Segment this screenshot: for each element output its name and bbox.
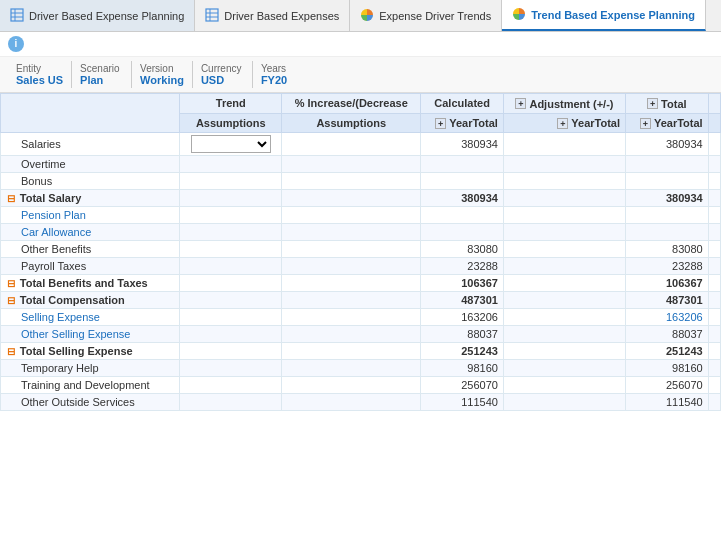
calc-yeartotal-label: YearTotal bbox=[449, 117, 498, 129]
row-label-text: Total Selling Expense bbox=[20, 345, 133, 357]
entity-item-currency: Currency USD bbox=[193, 61, 253, 88]
tot-yeartotal-label: YearTotal bbox=[654, 117, 703, 129]
version-value[interactable]: Working bbox=[140, 74, 184, 86]
row-label-text: Payroll Taxes bbox=[21, 260, 86, 272]
row-label-text[interactable]: Other Selling Expense bbox=[21, 328, 130, 340]
total-cell bbox=[626, 156, 709, 173]
adjustment-cell bbox=[503, 224, 625, 241]
total-expand-btn[interactable]: + bbox=[647, 98, 658, 109]
calculated-cell: 106367 bbox=[421, 275, 504, 292]
table-row: Car Allowance bbox=[1, 224, 721, 241]
pct-cell bbox=[282, 309, 421, 326]
adjustment-cell bbox=[503, 394, 625, 411]
calculated-cell: 380934 bbox=[421, 190, 504, 207]
total-cell: 256070 bbox=[626, 377, 709, 394]
pct-cell bbox=[282, 343, 421, 360]
years-value[interactable]: FY20 bbox=[261, 74, 305, 86]
table-row: Overtime bbox=[1, 156, 721, 173]
collapse-icon[interactable]: ⊟ bbox=[7, 295, 18, 306]
table-row: Pension Plan bbox=[1, 207, 721, 224]
collapse-icon[interactable]: ⊟ bbox=[7, 193, 18, 204]
col-pct-header: % Increase/(Decrease bbox=[282, 94, 421, 114]
collapse-icon[interactable]: ⊟ bbox=[7, 346, 18, 357]
table-row: ⊟ Total Benefits and Taxes106367106367 bbox=[1, 275, 721, 292]
adj-yeartotal-expand[interactable]: + bbox=[557, 118, 568, 129]
adjustment-label: Adjustment (+/-) bbox=[529, 98, 613, 110]
tab-driver-expense-planning[interactable]: Driver Based Expense Planning bbox=[0, 0, 195, 31]
trend-cell bbox=[180, 258, 282, 275]
trend-cell[interactable]: Trend1Trend2 bbox=[180, 133, 282, 156]
calculated-cell bbox=[421, 224, 504, 241]
scenario-value[interactable]: Plan bbox=[80, 74, 123, 86]
total-cell: 98160 bbox=[626, 360, 709, 377]
header-row-1: Trend % Increase/(Decrease Calculated + … bbox=[1, 94, 721, 114]
adjustment-cell bbox=[503, 241, 625, 258]
subh-extra bbox=[708, 113, 720, 133]
adjustment-cell bbox=[503, 173, 625, 190]
col-extra bbox=[708, 94, 720, 114]
col-calculated-header: Calculated bbox=[421, 94, 504, 114]
tab-expense-driver-trends-label: Expense Driver Trends bbox=[379, 10, 491, 22]
row-label-text[interactable]: Car Allowance bbox=[21, 226, 91, 238]
total-cell: 380934 bbox=[626, 133, 709, 156]
collapse-icon[interactable]: ⊟ bbox=[7, 278, 18, 289]
row-label-text: Temporary Help bbox=[21, 362, 99, 374]
row-label-cell: Bonus bbox=[1, 173, 180, 190]
total-cell: 251243 bbox=[626, 343, 709, 360]
trend-dropdown[interactable]: Trend1Trend2 bbox=[191, 135, 271, 153]
calculated-cell: 163206 bbox=[421, 309, 504, 326]
info-icon[interactable]: i bbox=[8, 36, 24, 52]
row-label-text: Other Benefits bbox=[21, 243, 91, 255]
currency-value[interactable]: USD bbox=[201, 74, 244, 86]
trend-cell bbox=[180, 190, 282, 207]
tot-yeartotal-expand[interactable]: + bbox=[640, 118, 651, 129]
extra-cell bbox=[708, 394, 720, 411]
entity-value[interactable]: Sales US bbox=[16, 74, 63, 86]
row-label-cell: ⊟ Total Salary bbox=[1, 190, 180, 207]
adjustment-cell bbox=[503, 156, 625, 173]
pct-cell bbox=[282, 360, 421, 377]
row-label-text: Total Benefits and Taxes bbox=[20, 277, 148, 289]
total-cell: 163206 bbox=[626, 309, 709, 326]
total-label: Total bbox=[661, 98, 686, 110]
trend-cell bbox=[180, 377, 282, 394]
total-cell: 106367 bbox=[626, 275, 709, 292]
row-label-cell: Overtime bbox=[1, 156, 180, 173]
row-label-text: Total Compensation bbox=[20, 294, 125, 306]
svg-rect-0 bbox=[11, 9, 23, 21]
tab-driver-expenses[interactable]: Driver Based Expenses bbox=[195, 0, 350, 31]
pct-cell bbox=[282, 207, 421, 224]
adj-yeartotal-label: YearTotal bbox=[571, 117, 620, 129]
extra-cell bbox=[708, 326, 720, 343]
row-label-cell: Pension Plan bbox=[1, 207, 180, 224]
tab-trend-expense-planning[interactable]: Trend Based Expense Planning bbox=[502, 0, 706, 31]
trend-cell bbox=[180, 207, 282, 224]
adjustment-expand-btn[interactable]: + bbox=[515, 98, 526, 109]
entity-item-years: Years FY20 bbox=[253, 61, 313, 88]
pct-cell bbox=[282, 133, 421, 156]
trend-cell bbox=[180, 309, 282, 326]
trend-cell bbox=[180, 241, 282, 258]
adjustment-cell bbox=[503, 360, 625, 377]
row-label-text[interactable]: Selling Expense bbox=[21, 311, 100, 323]
adjustment-cell bbox=[503, 207, 625, 224]
total-cell: 88037 bbox=[626, 326, 709, 343]
calculated-cell bbox=[421, 156, 504, 173]
pct-cell bbox=[282, 190, 421, 207]
calculated-cell: 256070 bbox=[421, 377, 504, 394]
total-cell bbox=[626, 173, 709, 190]
pct-cell bbox=[282, 275, 421, 292]
row-label-cell: Other Benefits bbox=[1, 241, 180, 258]
total-cell: 23288 bbox=[626, 258, 709, 275]
scenario-label: Scenario bbox=[80, 63, 123, 74]
tab-expense-driver-trends[interactable]: Expense Driver Trends bbox=[350, 0, 502, 31]
years-label: Years bbox=[261, 63, 305, 74]
calculated-cell bbox=[421, 173, 504, 190]
row-label-text[interactable]: Pension Plan bbox=[21, 209, 86, 221]
table-icon bbox=[10, 8, 24, 24]
extra-cell bbox=[708, 309, 720, 326]
calculated-cell: 487301 bbox=[421, 292, 504, 309]
col-trend-header: Trend bbox=[180, 94, 282, 114]
calc-yeartotal-expand[interactable]: + bbox=[435, 118, 446, 129]
subh-assumptions-pct: Assumptions bbox=[282, 113, 421, 133]
